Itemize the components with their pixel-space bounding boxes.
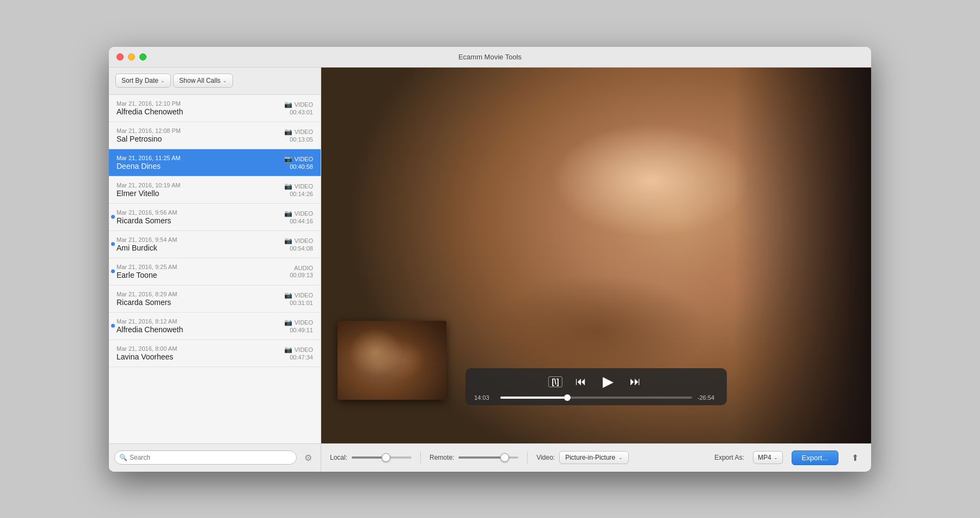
- progress-thumb: [564, 394, 571, 401]
- call-meta: 📷 VIDEO 00:31:01: [284, 291, 313, 306]
- call-type-row: 📷 VIDEO: [284, 319, 313, 326]
- call-type-row: 📷 VIDEO: [284, 101, 313, 108]
- call-type: VIDEO: [295, 156, 313, 162]
- call-duration: 00:43:01: [290, 109, 313, 115]
- time-remaining: -26:54: [697, 394, 718, 401]
- share-icon: ⬆: [852, 453, 859, 463]
- sort-by-date-button[interactable]: Sort By Date ⌄: [115, 74, 171, 88]
- call-type: VIDEO: [295, 292, 313, 298]
- video-cam-icon: 📷: [284, 210, 292, 217]
- call-meta: 📷 VIDEO 00:14:26: [284, 182, 313, 197]
- pip-container: [338, 321, 446, 400]
- call-item[interactable]: Mar 21, 2016, 8:29 AM Ricarda Somers 📷 V…: [109, 285, 321, 313]
- rewind-button[interactable]: ⏮: [572, 374, 590, 389]
- video-mode-dropdown[interactable]: Picture-in-Picture ⌄: [559, 451, 629, 464]
- call-duration: 00:54:08: [290, 245, 313, 252]
- main-window: Ecamm Movie Tools Sort By Date ⌄ Show Al…: [109, 47, 871, 472]
- call-meta: 📷 VIDEO 00:47:34: [284, 346, 313, 361]
- call-name: Sal Petrosino: [117, 135, 282, 143]
- export-as-label: Export As:: [714, 454, 744, 461]
- call-type: VIDEO: [295, 319, 313, 326]
- export-button[interactable]: Export...: [792, 450, 838, 465]
- call-item[interactable]: Mar 21, 2016, 9:25 AM Earle Toone AUDIO …: [109, 258, 321, 285]
- mark-in-button[interactable]: [\]: [548, 376, 562, 387]
- call-item[interactable]: Mar 21, 2016, 9:54 AM Ami Burdick 📷 VIDE…: [109, 231, 321, 258]
- local-volume-slider[interactable]: [352, 452, 412, 463]
- call-meta: 📷 VIDEO 00:13:05: [284, 128, 313, 143]
- call-name: Ami Burdick: [117, 243, 282, 252]
- local-volume-group: Local:: [330, 452, 412, 463]
- call-name: Deena Dines: [117, 162, 282, 170]
- unread-dot: [111, 242, 115, 246]
- call-date: Mar 21, 2016, 12:08 PM: [117, 127, 282, 134]
- call-item[interactable]: Mar 21, 2016, 12:08 PM Sal Petrosino 📷 V…: [109, 122, 321, 149]
- call-date: Mar 21, 2016, 8:12 AM: [117, 318, 282, 325]
- call-item[interactable]: Mar 21, 2016, 9:56 AM Ricarda Somers 📷 V…: [109, 204, 321, 231]
- remote-slider-track: [458, 456, 518, 459]
- video-dropdown-chevron: ⌄: [618, 455, 623, 460]
- video-cam-icon: 📷: [284, 291, 292, 299]
- call-type-row: 📷 VIDEO: [284, 210, 313, 217]
- divider-1: [420, 452, 421, 464]
- call-info: Mar 21, 2016, 12:10 PM Alfredia Chenowet…: [117, 100, 282, 116]
- local-label: Local:: [330, 454, 347, 461]
- minimize-button[interactable]: [128, 53, 135, 60]
- fast-forward-button[interactable]: ⏭: [627, 374, 644, 389]
- maximize-button[interactable]: [139, 53, 146, 60]
- main-area: [\] ⏮ ▶ ⏭ 14:03 -26:54: [321, 68, 871, 472]
- remote-volume-group: Remote:: [430, 452, 518, 463]
- call-type: VIDEO: [295, 210, 313, 217]
- bottom-bar: Local: Remote:: [321, 443, 871, 472]
- call-type: AUDIO: [294, 265, 313, 271]
- call-meta: AUDIO 00:09:13: [290, 265, 313, 278]
- call-date: Mar 21, 2016, 9:56 AM: [117, 209, 282, 216]
- call-type-row: 📷 VIDEO: [284, 346, 313, 354]
- call-date: Mar 21, 2016, 12:10 PM: [117, 100, 282, 107]
- remote-volume-slider[interactable]: [458, 452, 518, 463]
- call-info: Mar 21, 2016, 8:29 AM Ricarda Somers: [117, 291, 282, 307]
- call-type: VIDEO: [295, 183, 313, 190]
- show-all-calls-label: Show All Calls: [179, 77, 220, 84]
- call-info: Mar 21, 2016, 12:08 PM Sal Petrosino: [117, 127, 282, 143]
- video-cam-icon: 📷: [284, 182, 292, 190]
- call-duration: 00:31:01: [290, 300, 313, 306]
- call-item[interactable]: Mar 21, 2016, 10:19 AM Elmer Vitello 📷 V…: [109, 176, 321, 204]
- video-background: [\] ⏮ ▶ ⏭ 14:03 -26:54: [321, 68, 871, 443]
- call-type: VIDEO: [295, 129, 313, 135]
- remote-slider-fill: [458, 456, 500, 459]
- close-button[interactable]: [117, 53, 124, 60]
- video-cam-icon: 📷: [284, 319, 292, 326]
- call-meta: 📷 VIDEO 00:43:01: [284, 101, 313, 115]
- sort-by-date-label: Sort By Date: [121, 77, 158, 84]
- call-item[interactable]: Mar 21, 2016, 12:10 PM Alfredia Chenowet…: [109, 95, 321, 122]
- call-date: Mar 21, 2016, 8:00 AM: [117, 345, 282, 352]
- format-dropdown[interactable]: MP4 ⌄: [753, 451, 783, 464]
- video-mode-value: Picture-in-Picture: [565, 454, 615, 461]
- call-date: Mar 21, 2016, 8:29 AM: [117, 291, 282, 297]
- call-info: Mar 21, 2016, 9:54 AM Ami Burdick: [117, 236, 282, 252]
- call-info: Mar 21, 2016, 8:00 AM Lavina Voorhees: [117, 345, 282, 361]
- play-button[interactable]: ▶: [599, 372, 617, 391]
- call-type-row: AUDIO: [294, 265, 313, 271]
- call-meta: 📷 VIDEO 00:54:08: [284, 237, 313, 252]
- local-slider-thumb: [382, 453, 390, 462]
- share-button[interactable]: ⬆: [847, 450, 862, 465]
- remote-slider-thumb: [500, 453, 509, 462]
- progress-track[interactable]: [500, 397, 692, 399]
- call-meta: 📷 VIDEO 00:40:58: [284, 155, 313, 170]
- call-type: VIDEO: [295, 346, 313, 353]
- call-name: Ricarda Somers: [117, 298, 282, 307]
- search-input[interactable]: [130, 454, 292, 461]
- call-item[interactable]: Mar 21, 2016, 11:25 AM Deena Dines 📷 VID…: [109, 149, 321, 176]
- format-value: MP4: [758, 454, 771, 461]
- remote-label: Remote:: [430, 454, 454, 461]
- video-cam-icon: 📷: [284, 101, 292, 108]
- video-cam-icon: 📷: [284, 346, 292, 354]
- settings-button[interactable]: ⚙: [301, 450, 315, 465]
- call-item[interactable]: Mar 21, 2016, 8:12 AM Alfredia Chenoweth…: [109, 313, 321, 340]
- call-type-row: 📷 VIDEO: [284, 182, 313, 190]
- call-info: Mar 21, 2016, 8:12 AM Alfredia Chenoweth: [117, 318, 282, 334]
- show-all-calls-button[interactable]: Show All Calls ⌄: [173, 74, 233, 88]
- call-item[interactable]: Mar 21, 2016, 8:00 AM Lavina Voorhees 📷 …: [109, 340, 321, 367]
- call-type-row: 📷 VIDEO: [284, 291, 313, 299]
